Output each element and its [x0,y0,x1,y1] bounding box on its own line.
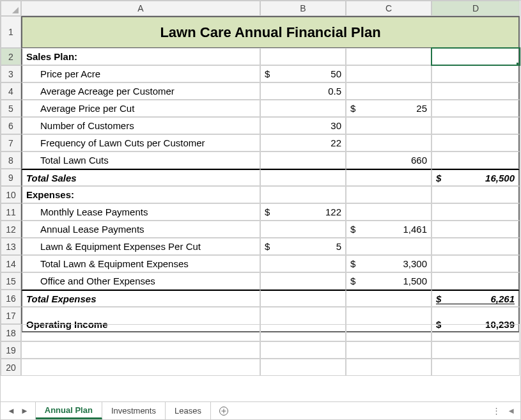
row-header-16[interactable]: 16 [1,290,21,307]
row-header-9[interactable]: 9 [1,169,21,186]
row-header-7[interactable]: 7 [1,134,21,152]
cell-B9[interactable] [260,169,346,186]
scroll-left-icon[interactable]: ◄ [507,406,515,416]
cell-A20[interactable] [21,359,260,376]
tab-split-handle-icon[interactable]: ⋮ [492,406,501,416]
cell-D8[interactable] [432,152,520,169]
cell-B18[interactable] [260,324,346,341]
cell-D6[interactable] [432,117,520,134]
cell-B13[interactable]: $5 [260,238,346,255]
cell-C7[interactable] [346,134,432,152]
cell-B11[interactable]: $122 [260,203,346,221]
cell-B5[interactable] [260,100,346,117]
cell-D18[interactable] [432,324,520,341]
cell-A12[interactable]: Annual Lease Payments [21,221,260,238]
cell-D20[interactable] [432,359,520,376]
cell-B14[interactable] [260,255,346,272]
cell-A16[interactable]: Total Expenses [21,290,260,307]
cell-C18[interactable] [346,324,432,341]
cell-A15[interactable]: Office and Other Expenses [21,272,260,290]
cell-A13[interactable]: Lawn & Equipment Expenses Per Cut [21,238,260,255]
cell-B8[interactable] [260,152,346,169]
cell-B19[interactable] [260,341,346,359]
row-header-3[interactable]: 3 [1,65,21,82]
cell-B15[interactable] [260,272,346,290]
cell-D19[interactable] [432,341,520,359]
row-header-10[interactable]: 10 [1,186,21,203]
cell-D2-active[interactable] [432,48,520,65]
cell-D16[interactable]: $6,261 [432,290,520,307]
cell-C16[interactable] [346,290,432,307]
cell-A5[interactable]: Average Price per Cut [21,100,260,117]
row-header-17[interactable]: 17 [1,307,21,324]
cell-C13[interactable] [346,238,432,255]
row-header-8[interactable]: 8 [1,152,21,169]
cell-A14[interactable]: Total Lawn & Equipment Expenses [21,255,260,272]
cell-C8[interactable]: 660 [346,152,432,169]
cell-D11[interactable] [432,203,520,221]
cell-B20[interactable] [260,359,346,376]
cell-B2[interactable] [260,48,346,65]
tab-prev-icon[interactable]: ◄ [7,406,15,416]
cell-C5[interactable]: $25 [346,100,432,117]
cell-A19[interactable] [21,341,260,359]
sheet-tab-investments[interactable]: Investments [102,402,166,419]
tab-nav-buttons[interactable]: ◄ ► [1,402,36,419]
cell-C11[interactable] [346,203,432,221]
cell-A18[interactable] [21,324,260,341]
cell-A3[interactable]: Price per Acre [21,65,260,82]
cell-C19[interactable] [346,341,432,359]
cell-B10[interactable] [260,186,346,203]
cell-C9[interactable] [346,169,432,186]
cell-D12[interactable] [432,221,520,238]
cell-D5[interactable] [432,100,520,117]
row-header-5[interactable]: 5 [1,100,21,117]
cell-B4[interactable]: 0.5 [260,82,346,100]
new-sheet-button[interactable] [211,402,237,419]
row-header-20[interactable]: 20 [1,359,21,376]
col-header-B[interactable]: B [260,1,346,16]
row-header-15[interactable]: 15 [1,272,21,290]
tab-next-icon[interactable]: ► [20,406,29,416]
sheet-tab-annual-plan[interactable]: Annual Plan [36,402,102,419]
cell-D14[interactable] [432,255,520,272]
cell-D7[interactable] [432,134,520,152]
grid[interactable]: A B C D 1 Lawn Care Annual Financial Pla… [1,1,520,376]
cell-C20[interactable] [346,359,432,376]
cell-A11[interactable]: Monthly Lease Payments [21,203,260,221]
row-header-4[interactable]: 4 [1,82,21,100]
col-header-A[interactable]: A [21,1,260,16]
cell-D3[interactable] [432,65,520,82]
row-header-2[interactable]: 2 [1,48,21,65]
cell-C6[interactable] [346,117,432,134]
cell-D10[interactable] [432,186,520,203]
select-all-corner[interactable] [1,1,21,16]
cell-C12[interactable]: $1,461 [346,221,432,238]
cell-B7[interactable]: 22 [260,134,346,152]
cell-D15[interactable] [432,272,520,290]
cell-C4[interactable] [346,82,432,100]
row-header-13[interactable]: 13 [1,238,21,255]
row-header-19[interactable]: 19 [1,341,21,359]
cell-C2[interactable] [346,48,432,65]
row-header-12[interactable]: 12 [1,221,21,238]
cell-A9[interactable]: Total Sales [21,169,260,186]
cell-A2[interactable]: Sales Plan: [21,48,260,65]
cell-B12[interactable] [260,221,346,238]
sheet-tab-leases[interactable]: Leases [166,402,211,419]
col-header-C[interactable]: C [346,1,432,16]
cell-D9[interactable]: $16,500 [432,169,520,186]
cell-B3[interactable]: $50 [260,65,346,82]
row-header-18[interactable]: 18 [1,324,21,341]
cell-A7[interactable]: Frequency of Lawn Cuts per Customer [21,134,260,152]
cell-C3[interactable] [346,65,432,82]
cell-B16[interactable] [260,290,346,307]
cell-C10[interactable] [346,186,432,203]
cell-A8[interactable]: Total Lawn Cuts [21,152,260,169]
cell-B6[interactable]: 30 [260,117,346,134]
title-cell[interactable]: Lawn Care Annual Financial Plan [21,16,520,48]
cell-D4[interactable] [432,82,520,100]
cell-A4[interactable]: Average Acreage per Customer [21,82,260,100]
cell-C15[interactable]: $1,500 [346,272,432,290]
cell-D13[interactable] [432,238,520,255]
